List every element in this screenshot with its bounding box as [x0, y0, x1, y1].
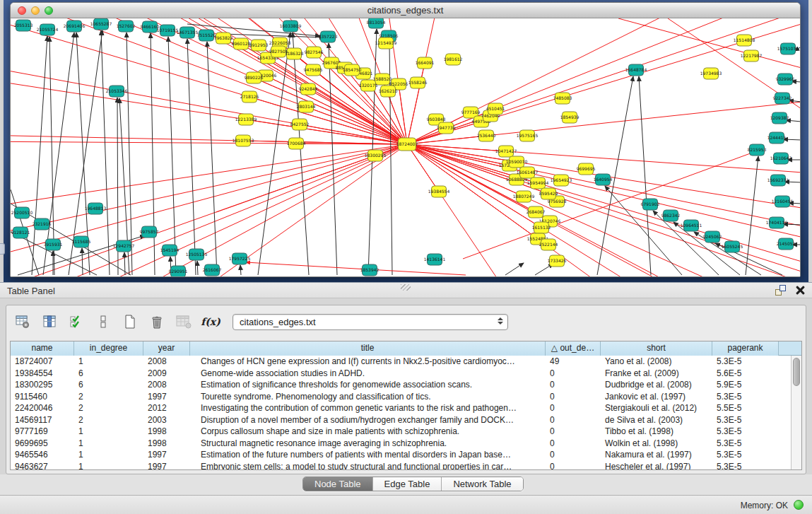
cell-title: Disruption of a novel member of a sodium…	[190, 414, 546, 426]
graph-node-label: 9227342	[773, 95, 792, 100]
graph-node-label: 10655287	[90, 21, 112, 26]
table-toolbar: f(x) citations_edges.txt	[6, 305, 806, 338]
cell-out_degree: 0	[546, 461, 601, 470]
graph-node-label: 8960128	[232, 41, 251, 46]
table-selector-value: citations_edges.txt	[240, 317, 316, 327]
column-header-short[interactable]: short	[601, 341, 712, 356]
graph-node-label: 16648784	[625, 67, 647, 72]
network-view-window: citations_edges.txt 20553132105572420691…	[10, 2, 801, 277]
graph-node-label: 8595429	[539, 191, 558, 196]
column-header-out_degree[interactable]: △ out_de…	[546, 341, 601, 356]
row-height-button[interactable]	[94, 313, 112, 331]
status-bar: Memory: OK	[0, 495, 812, 514]
graph-node-label: 12217987	[741, 53, 763, 58]
cell-name: 9115460	[11, 391, 74, 403]
graph-node-label: 2718126	[240, 94, 259, 99]
delete-column-button[interactable]	[148, 313, 166, 331]
graph-node-label: 9245062	[703, 234, 722, 239]
cell-name: 9777169	[11, 426, 74, 438]
float-panel-icon[interactable]	[775, 285, 786, 296]
memory-ok-indicator[interactable]	[794, 500, 804, 510]
rows-icon	[95, 314, 111, 329]
memory-status-label: Memory: OK	[741, 501, 788, 510]
graph-node-label: 3915931	[44, 242, 63, 247]
cell-out_degree: 49	[546, 356, 601, 368]
graph-svg[interactable]: 2055313210557242069140610655287152760284…	[11, 18, 800, 276]
cell-pagerank: 5.3E-5	[712, 356, 779, 368]
table-row[interactable]: 1830029562008Estimation of significance …	[11, 379, 791, 391]
table-row[interactable]: 911546021997Tourette syndrome. Phenomeno…	[11, 391, 791, 403]
new-column-button[interactable]	[121, 313, 139, 331]
table-row[interactable]: 1456911722003Disruption of a novel membe…	[11, 414, 791, 426]
cell-name: 18300295	[11, 379, 74, 391]
graph-node-label: 1854939	[560, 115, 579, 119]
graph-node-label: 8290951	[169, 269, 188, 274]
panel-collapse-handle[interactable]	[0, 243, 5, 255]
graph-node-label: 12505135	[186, 252, 208, 257]
cell-year: 2009	[143, 368, 190, 380]
table-selector-dropdown[interactable]: citations_edges.txt	[233, 314, 508, 330]
column-header-in_degree[interactable]: in_degree	[74, 341, 143, 356]
tab-edge-table[interactable]: Edge Table	[373, 477, 442, 491]
network-canvas[interactable]: 2055313210557242069140610655287152760284…	[11, 18, 800, 276]
column-header-year[interactable]: year	[143, 341, 190, 356]
graph-node-label: 15751074	[777, 46, 799, 51]
tab-network-table[interactable]: Network Table	[442, 477, 522, 491]
graph-node-label: 8912953	[249, 42, 269, 47]
table-tabs-bar: Node TableEdge TableNetwork Table	[0, 474, 812, 495]
scrollbar-thumb[interactable]	[793, 358, 800, 386]
function-builder-button[interactable]: f(x)	[201, 313, 220, 331]
cell-title: Structural magnetic resonance image aver…	[190, 438, 546, 450]
graph-node-label: 9242845	[299, 86, 318, 91]
table-panel-body: f(x) citations_edges.txt namein_degreeye…	[6, 305, 806, 474]
graph-node-label: 18724007	[396, 141, 418, 146]
table-row[interactable]: 2242004622012Investigating the contribut…	[11, 402, 791, 414]
cell-pagerank: 5.3E-5	[712, 414, 779, 426]
trash-icon	[149, 314, 165, 329]
table-gear-icon	[15, 314, 30, 329]
cell-pagerank: 5.5E-5	[712, 402, 779, 414]
vertical-scrollbar[interactable]	[791, 356, 801, 469]
cell-title: Corpus callosum shape and size in male p…	[190, 426, 546, 438]
graph-node-label: 1115685	[72, 239, 91, 244]
column-header-title[interactable]: title	[190, 341, 546, 356]
table-row[interactable]: 969969511998Structural magnetic resonanc…	[11, 438, 791, 450]
graph-node-label: 1733426	[548, 258, 567, 263]
column-header-pagerank[interactable]: pagerank	[712, 341, 779, 356]
graph-node-label: 19575165	[517, 133, 539, 138]
cell-name: 18724007	[11, 356, 74, 368]
checkmarks-icon	[69, 314, 84, 329]
select-all-button[interactable]	[67, 313, 86, 331]
cell-short: de Silva et al. (2003)	[601, 414, 712, 426]
cell-short: Tibbo et al. (1998)	[601, 426, 712, 438]
tab-node-table[interactable]: Node Table	[303, 477, 373, 491]
table-row[interactable]: 1872400712008Changes of HCN gene express…	[11, 356, 791, 368]
show-column-button[interactable]	[40, 313, 59, 331]
table-options-button[interactable]	[13, 313, 32, 331]
cell-title: Investigating the contribution of common…	[190, 402, 546, 414]
cell-name: 9465546	[11, 449, 74, 461]
cell-year: 1997	[143, 449, 190, 461]
table-body: 1872400712008Changes of HCN gene express…	[11, 356, 791, 469]
table-row[interactable]: 977716911998Corpus callosum shape and si…	[11, 426, 791, 438]
graph-node-label: 12213389	[235, 117, 257, 122]
graph-node-label: 11514808	[734, 37, 755, 42]
graph-node-label: 9128121	[11, 230, 30, 235]
table-panel-title: Table Panel	[7, 286, 55, 296]
table-row[interactable]: 946554611997Estimation of the future num…	[11, 449, 791, 461]
cell-name: 19384554	[11, 368, 74, 380]
close-panel-icon[interactable]	[796, 286, 805, 295]
cell-in_degree: 6	[74, 368, 143, 380]
column-header-name[interactable]: name	[11, 341, 74, 356]
cell-short: Jankovic et al. (1997)	[601, 391, 712, 403]
cell-title: Tourette syndrome. Phenomenology and cla…	[190, 391, 546, 403]
panel-resize-grip[interactable]	[401, 284, 411, 291]
table-row[interactable]: 1938455462009Genome-wide association stu…	[11, 368, 791, 380]
graph-node-label: 19648813	[85, 206, 107, 211]
window-titlebar[interactable]: citations_edges.txt	[11, 3, 800, 18]
table-row[interactable]: 946362711997Embryonic stem cells: a mode…	[11, 461, 791, 470]
graph-node-label: 2536440	[477, 133, 496, 138]
import-table-button[interactable]	[175, 313, 193, 331]
cell-out_degree: 0	[546, 414, 601, 426]
graph-node-label: 1244415	[767, 135, 787, 140]
